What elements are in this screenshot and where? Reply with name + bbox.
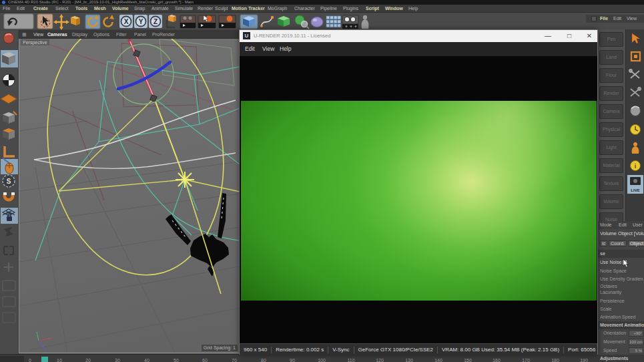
svg-text:70: 70 — [232, 358, 237, 362]
svg-text:LIVE: LIVE — [631, 188, 639, 192]
svg-text:X: X — [124, 18, 129, 25]
svg-text:160: 160 — [493, 358, 501, 362]
svg-text:110: 110 — [347, 358, 354, 362]
svg-text:180: 180 — [551, 358, 559, 362]
svg-text:130: 130 — [405, 358, 413, 362]
svg-text:30: 30 — [115, 358, 120, 362]
svg-text:S: S — [7, 178, 11, 185]
svg-text:120: 120 — [376, 358, 384, 362]
svg-text:140: 140 — [434, 358, 442, 362]
svg-text:60: 60 — [202, 358, 208, 362]
svg-text:80: 80 — [261, 358, 266, 362]
svg-text:0: 0 — [29, 358, 31, 362]
svg-text:50: 50 — [174, 358, 179, 362]
svg-text:10: 10 — [57, 358, 62, 362]
svg-text:i: i — [635, 163, 637, 170]
svg-text:Y: Y — [139, 18, 143, 25]
svg-text:150: 150 — [464, 358, 472, 362]
svg-text:40: 40 — [144, 358, 149, 362]
svg-text:Z: Z — [153, 18, 157, 25]
svg-text:100: 100 — [318, 358, 326, 362]
svg-text:20: 20 — [85, 358, 91, 362]
svg-text:170: 170 — [522, 358, 530, 362]
svg-text:190: 190 — [580, 358, 588, 362]
svg-text:90: 90 — [290, 358, 295, 362]
